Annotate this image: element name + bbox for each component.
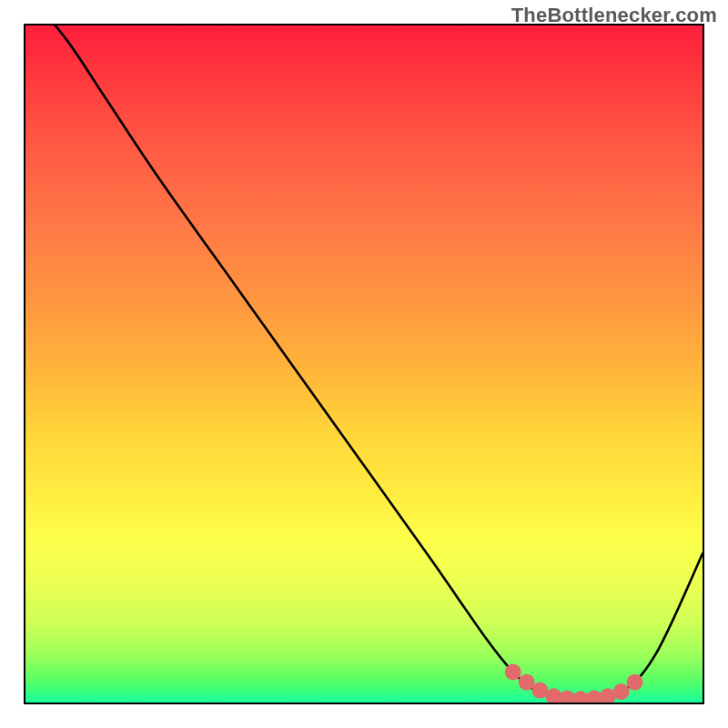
curve-path bbox=[25, 25, 703, 699]
bottleneck-curve bbox=[25, 25, 703, 699]
optimal-zone-markers bbox=[505, 664, 643, 703]
curve-overlay bbox=[25, 25, 703, 703]
marker-dot bbox=[613, 683, 630, 700]
marker-dot bbox=[627, 674, 643, 691]
marker-dot bbox=[505, 664, 521, 681]
watermark-text: TheBottlenecker.com bbox=[511, 4, 717, 27]
plot-area bbox=[24, 24, 704, 704]
chart-canvas: TheBottlenecker.com bbox=[0, 0, 728, 728]
